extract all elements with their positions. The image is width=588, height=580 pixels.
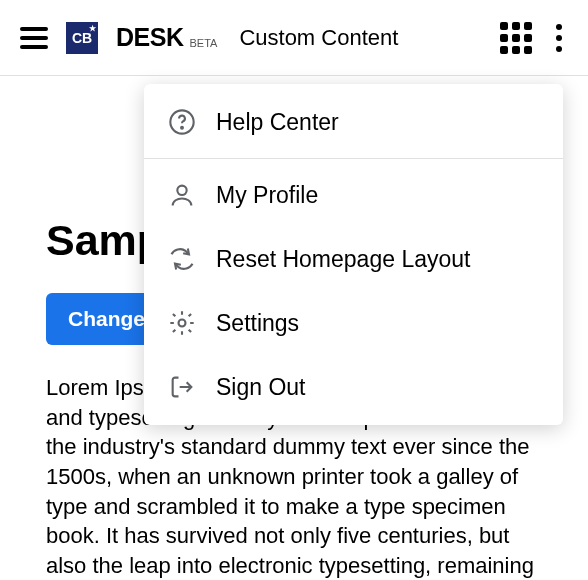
apps-grid-button[interactable] bbox=[500, 22, 532, 54]
profile-icon bbox=[168, 181, 196, 209]
header-bar: CB ★ DESK BETA Custom Content bbox=[0, 0, 588, 76]
app-title: DESK bbox=[116, 23, 183, 52]
menu-item-label: Sign Out bbox=[216, 374, 306, 401]
menu-item-help-center[interactable]: Help Center bbox=[144, 90, 563, 154]
menu-item-settings[interactable]: Settings bbox=[144, 291, 563, 355]
svg-point-1 bbox=[181, 127, 183, 129]
menu-divider bbox=[144, 158, 563, 159]
breadcrumb: Custom Content bbox=[239, 25, 398, 51]
svg-point-3 bbox=[179, 320, 186, 327]
signout-icon bbox=[168, 373, 196, 401]
menu-item-label: My Profile bbox=[216, 182, 318, 209]
settings-icon bbox=[168, 309, 196, 337]
reset-icon bbox=[168, 245, 196, 273]
help-icon bbox=[168, 108, 196, 136]
svg-point-2 bbox=[177, 186, 186, 195]
menu-item-label: Help Center bbox=[216, 109, 339, 136]
user-dropdown-menu: Help Center My Profile Reset Homepage La… bbox=[144, 84, 563, 425]
menu-item-reset-homepage[interactable]: Reset Homepage Layout bbox=[144, 227, 563, 291]
beta-badge: BETA bbox=[189, 37, 217, 49]
hamburger-menu-button[interactable] bbox=[20, 27, 48, 49]
menu-item-label: Settings bbox=[216, 310, 299, 337]
brand-logo: CB ★ bbox=[66, 22, 98, 54]
menu-item-my-profile[interactable]: My Profile bbox=[144, 163, 563, 227]
menu-item-label: Reset Homepage Layout bbox=[216, 246, 470, 273]
kebab-menu-button[interactable] bbox=[550, 24, 568, 52]
menu-item-sign-out[interactable]: Sign Out bbox=[144, 355, 563, 419]
